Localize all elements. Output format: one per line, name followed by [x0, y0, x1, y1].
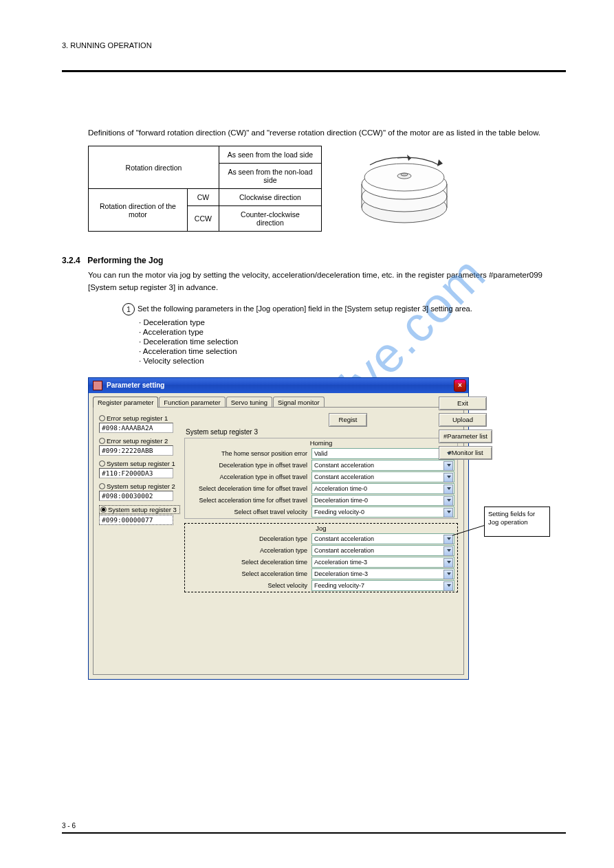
jog-select-4[interactable]: Feeding velocity-7: [311, 580, 454, 591]
cell-cw: CW: [187, 189, 219, 206]
callout-box: Setting fields for Jog operation: [484, 507, 550, 537]
reg-sys2-value: #098:00030002: [99, 491, 173, 501]
sys-register-title: System setup register 3: [186, 428, 458, 436]
step-number-circle: 1: [122, 303, 135, 315]
jog-select-2[interactable]: Acceleration time-3: [311, 557, 454, 568]
tab-panel: Regist Error setup register 1 #098:AAAAB…: [93, 407, 464, 675]
homing-select-2[interactable]: Constant acceleration: [311, 471, 454, 482]
cell-rotation-direction: Rotation direction: [89, 146, 219, 189]
cell-load-side: As seen from the load side: [219, 146, 321, 164]
tab-function-parameter[interactable]: Function parameter: [159, 397, 225, 408]
radio-error2[interactable]: Error setup register 2: [99, 437, 180, 445]
tab-strip: Register parameter Function parameter Se…: [89, 393, 468, 407]
header-rule: [62, 70, 566, 72]
reg-sys3-value: #099:00000077: [99, 515, 173, 525]
regist-button[interactable]: Regist: [329, 413, 367, 427]
cell-nonload-side: As seen from the non-load side: [219, 164, 321, 189]
jog-select-0[interactable]: Constant acceleration: [311, 533, 454, 544]
cell-motor-dir: Rotation direction of the motor: [89, 189, 188, 232]
step-item-4: · Acceleration time selection: [139, 347, 566, 355]
svg-point-5: [401, 173, 408, 176]
jog-select-1[interactable]: Constant acceleration: [311, 545, 454, 556]
close-icon[interactable]: ×: [454, 379, 466, 392]
jog-label-3: Select acceleration time: [188, 570, 311, 577]
step-item-2: · Acceleration type: [139, 328, 566, 336]
homing-group-title: Homing: [185, 438, 457, 447]
footer-page-number: 3 - 6: [62, 822, 76, 830]
svg-line-8: [452, 525, 485, 535]
form-area: System setup register 3 Homing The home …: [184, 428, 458, 597]
dialog-titlebar: Parameter setting ×: [89, 378, 468, 393]
tab-servo-tuning[interactable]: Servo tuning: [226, 397, 272, 408]
homing-label-5: Select offset travel velocity: [188, 509, 311, 515]
rotation-table: Rotation direction As seen from the load…: [88, 146, 322, 232]
register-radio-list: Error setup register 1 #098:AAAABA2A Err…: [99, 413, 180, 529]
upload-button[interactable]: Upload: [439, 413, 487, 427]
section-number: 3.2.4: [62, 256, 85, 265]
footer-rule: [62, 832, 566, 834]
jog-label-1: Acceleration type: [188, 547, 311, 554]
section-paragraph: You can run the motor via jog by setting…: [88, 269, 566, 293]
homing-select-3[interactable]: Acceleration time-0: [311, 483, 454, 494]
step-item-3: · Deceleration time selection: [139, 337, 566, 346]
reg-sys1-value: #110:F2000DA3: [99, 468, 173, 478]
jog-label-0: Deceleration type: [188, 535, 311, 542]
jog-select-3[interactable]: Deceleration time-3: [311, 568, 454, 579]
motor-drawing: [349, 146, 459, 235]
radio-sys1[interactable]: System setup register 1: [99, 460, 180, 467]
reg-error2-value: #099:22220ABB: [99, 445, 173, 456]
radio-sys3[interactable]: System setup register 3: [99, 505, 180, 514]
homing-label-1: Deceleration type in offset travel: [188, 462, 311, 469]
jog-group: Jog Deceleration typeConstant accelerati…: [184, 523, 458, 592]
app-icon: [93, 381, 102, 390]
jog-group-title: Jog: [185, 524, 457, 533]
radio-error1[interactable]: Error setup register 1: [99, 414, 180, 422]
parameter-setting-dialog: Parameter setting × Register parameter F…: [88, 377, 469, 680]
homing-label-0: The home sensor position error: [188, 450, 311, 457]
homing-select-1[interactable]: Constant acceleration: [311, 460, 454, 471]
homing-select-0[interactable]: Valid: [311, 448, 454, 459]
cell-ccw-load: Counter-clockwise direction: [219, 206, 321, 232]
homing-group: Homing The home sensor position errorVal…: [184, 438, 458, 519]
page-footer: 3 - 6: [62, 822, 566, 834]
jog-label-2: Select deceleration time: [188, 559, 311, 566]
homing-label-3: Select deceleration time for offset trav…: [188, 485, 311, 492]
jog-label-4: Select velocity: [188, 582, 311, 589]
page-header: 3. RUNNING OPERATION: [62, 41, 566, 72]
dialog-title: Parameter setting: [107, 381, 164, 389]
tab-signal-monitor[interactable]: Signal monitor: [273, 397, 325, 408]
homing-select-4[interactable]: Deceleration time-0: [311, 495, 454, 506]
intro-paragraph: Definitions of "forward rotation directi…: [88, 127, 566, 139]
cell-ccw: CCW: [187, 206, 219, 232]
parameter-list-button[interactable]: #Parameter list: [439, 430, 492, 443]
svg-marker-7: [437, 159, 443, 166]
homing-label-2: Acceleration type in offset travel: [188, 474, 311, 480]
section-name: Performing the Jog: [87, 256, 163, 265]
step-item-5: · Velocity selection: [139, 357, 566, 365]
step-item-1: · Deceleration type: [139, 318, 566, 326]
section-heading: 3.2.4 Performing the Jog: [62, 256, 566, 265]
step-text: Set the following parameters in the [Jog…: [138, 304, 472, 313]
step-1: 1 Set the following parameters in the [J…: [138, 304, 566, 313]
homing-select-5[interactable]: Feeding velocity-0: [311, 507, 454, 518]
header-left: 3. RUNNING OPERATION: [62, 41, 566, 49]
exit-button[interactable]: Exit: [439, 397, 487, 410]
homing-label-4: Select acceleration time for offset trav…: [188, 497, 311, 504]
cell-cw-load: Clockwise direction: [219, 189, 321, 206]
reg-error1-value: #098:AAAABA2A: [99, 423, 173, 433]
tab-register-parameter[interactable]: Register parameter: [93, 397, 158, 408]
radio-sys2[interactable]: System setup register 2: [99, 482, 180, 490]
